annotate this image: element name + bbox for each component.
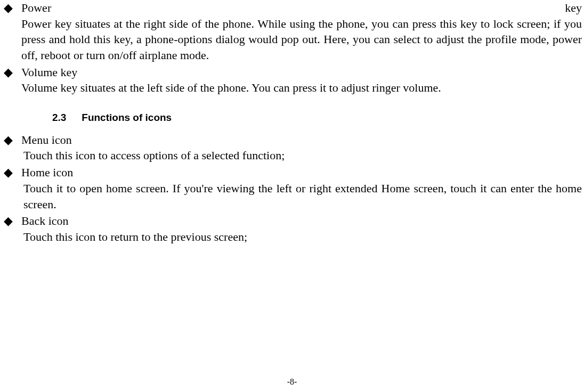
diamond-bullet-icon: ◆ (4, 167, 13, 178)
first-bullet-list: ◆ Power key Power key situates at the ri… (2, 0, 582, 96)
item-title: Menu icon (21, 132, 582, 148)
bullet-item-back-icon: ◆ Back icon Touch this icon to return to… (2, 213, 582, 244)
diamond-bullet-icon: ◆ (4, 2, 13, 14)
item-body: Touch this icon to access options of a s… (21, 148, 582, 164)
item-title-row: Power key (21, 0, 582, 16)
diamond-bullet-icon: ◆ (4, 215, 13, 227)
page-number: -8- (0, 376, 584, 388)
item-body: Volume key situates at the left side of … (21, 80, 582, 96)
section-number: 2.3 (52, 111, 79, 125)
item-title: Home icon (21, 165, 582, 181)
section-title: Functions of icons (82, 112, 172, 123)
bullet-item-home-icon: ◆ Home icon Touch it to open home screen… (2, 165, 582, 212)
item-body: Touch it to open home screen. If you're … (21, 181, 582, 212)
bullet-item-power-key: ◆ Power key Power key situates at the ri… (2, 0, 582, 63)
item-body: Touch this icon to return to the previou… (21, 229, 582, 245)
item-title-left: Power (21, 0, 51, 16)
item-body: Power key situates at the right side of … (21, 16, 582, 63)
bullet-item-menu-icon: ◆ Menu icon Touch this icon to access op… (2, 132, 582, 164)
item-title: Volume key (21, 64, 582, 80)
diamond-bullet-icon: ◆ (4, 67, 13, 78)
item-title: Back icon (21, 213, 582, 229)
section-heading: 2.3 Functions of icons (2, 111, 582, 125)
item-title-right: key (565, 0, 582, 16)
second-bullet-list: ◆ Menu icon Touch this icon to access op… (2, 132, 582, 245)
diamond-bullet-icon: ◆ (4, 134, 13, 146)
bullet-item-volume-key: ◆ Volume key Volume key situates at the … (2, 64, 582, 96)
